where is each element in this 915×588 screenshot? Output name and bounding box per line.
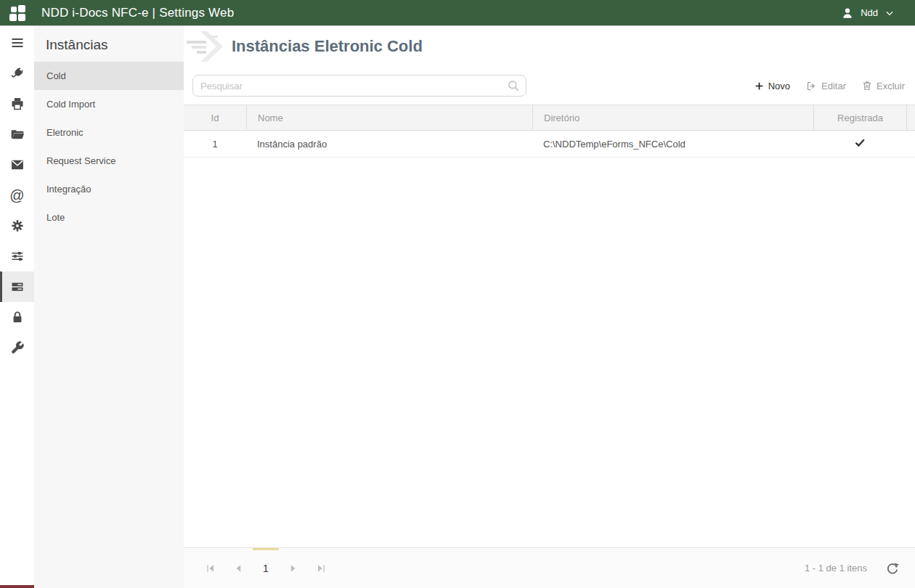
instances-icon (10, 279, 25, 294)
page-header-arrow-icon (185, 30, 227, 63)
toolbar: Novo Editar Excluir (184, 67, 915, 105)
check-icon (854, 137, 866, 149)
table-row[interactable]: 1 Instância padrão C:\NDDTemp\eForms_NFC… (184, 131, 915, 158)
plug-icon (10, 66, 25, 81)
edit-icon (806, 81, 817, 91)
logo-square (11, 7, 17, 12)
new-button-label: Novo (768, 81, 790, 91)
folder-open-icon (10, 127, 25, 142)
rail-bottom-accent (0, 585, 34, 588)
column-header-diretorio[interactable]: Diretório (532, 105, 813, 130)
at-sign-icon: @ (9, 188, 24, 203)
pager: 1 1 - 1 de 1 itens (184, 547, 915, 588)
cell-registrada (813, 137, 906, 151)
column-header-spacer (906, 105, 915, 130)
table-empty-area (184, 158, 915, 547)
current-page-indicator (253, 548, 279, 550)
cell-diretorio: C:\NDDTemp\eForms_NFCe\Cold (532, 139, 813, 150)
rail-item-at[interactable]: @ (0, 180, 34, 211)
next-page-icon (288, 563, 299, 574)
rail-item-tools[interactable] (0, 332, 34, 363)
last-page-icon (315, 563, 327, 574)
user-name: Ndd (861, 7, 878, 18)
user-icon (841, 7, 854, 20)
rail-item-printer[interactable] (0, 89, 34, 119)
edit-button[interactable]: Editar (806, 81, 846, 91)
sidebar-item-lote[interactable]: Lote (34, 203, 184, 232)
rail-item-mail[interactable] (0, 150, 34, 180)
logo-square (18, 5, 25, 12)
gear-icon (10, 219, 25, 233)
sidebar-item-cold[interactable]: Cold (34, 62, 184, 90)
sidebar-title: Instâncias (34, 26, 184, 62)
page-header: Instâncias Eletronic Cold (184, 26, 915, 67)
sliders-icon (10, 249, 25, 264)
previous-page-button[interactable] (224, 563, 252, 574)
table-header: Id Nome Diretório Registrada (184, 105, 915, 131)
sidebar-item-eletronic[interactable]: Eletronic (34, 118, 184, 147)
new-button[interactable]: Novo (755, 81, 790, 91)
mail-icon (10, 158, 25, 172)
column-header-nome[interactable]: Nome (246, 105, 532, 130)
sidebar-item-cold-import[interactable]: Cold Import (34, 90, 184, 118)
topbar: NDD i-Docs NFC-e | Settings Web Ndd (0, 0, 915, 26)
logo-square (9, 14, 17, 21)
rail-item-security[interactable] (0, 302, 34, 332)
delete-button-label: Excluir (877, 81, 905, 91)
icon-rail: @ (0, 26, 34, 588)
previous-page-icon (232, 563, 244, 574)
rail-item-plug[interactable] (0, 58, 34, 89)
cell-id: 1 (184, 139, 246, 150)
rail-item-settings[interactable] (0, 211, 34, 241)
next-page-button[interactable] (280, 563, 307, 574)
last-page-button[interactable] (307, 563, 335, 574)
plus-icon (755, 81, 764, 91)
search-icon[interactable] (507, 79, 520, 92)
first-page-button[interactable] (197, 563, 224, 574)
app-grid-logo-icon[interactable] (9, 5, 25, 21)
logo-square (18, 14, 25, 21)
rail-item-instances[interactable] (0, 271, 34, 302)
printer-icon (10, 97, 25, 111)
menu-toggle-button[interactable] (0, 28, 34, 58)
wrench-icon (10, 340, 25, 355)
column-header-registrada[interactable]: Registrada (813, 105, 906, 130)
search-input[interactable] (192, 75, 526, 97)
app-title: NDD i-Docs NFC-e | Settings Web (41, 6, 234, 20)
hamburger-icon (10, 36, 25, 50)
edit-button-label: Editar (821, 81, 846, 91)
lock-icon (10, 310, 25, 324)
user-menu[interactable]: Ndd (841, 7, 895, 20)
sidebar: Instâncias Cold Cold Import Eletronic Re… (34, 26, 184, 588)
cell-spacer (906, 131, 915, 157)
refresh-icon[interactable] (886, 562, 899, 575)
first-page-icon (205, 563, 216, 574)
rail-item-folder[interactable] (0, 119, 34, 150)
page-title: Instâncias Eletronic Cold (232, 37, 423, 56)
sidebar-item-integracao[interactable]: Integração (34, 175, 184, 203)
trash-icon (862, 81, 872, 91)
delete-button[interactable]: Excluir (862, 81, 905, 91)
pager-info: 1 - 1 de 1 itens (805, 563, 867, 573)
column-header-id[interactable]: Id (184, 113, 246, 123)
page-number[interactable]: 1 (252, 563, 280, 574)
main-content: Instâncias Eletronic Cold Novo (184, 26, 915, 588)
chevron-down-icon (884, 8, 895, 18)
rail-item-parameters[interactable] (0, 241, 34, 271)
sidebar-item-request-service[interactable]: Request Service (34, 147, 184, 175)
cell-nome: Instância padrão (246, 139, 532, 150)
